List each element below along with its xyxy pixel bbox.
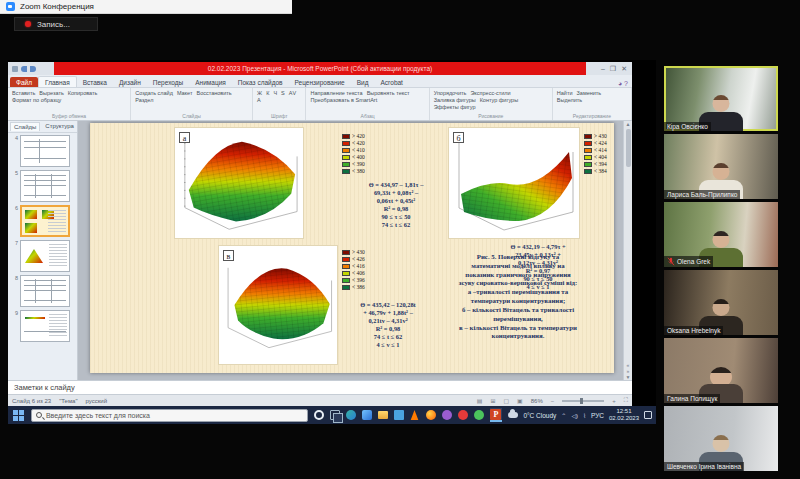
participant-video-1[interactable]: Кіра Овсієнко	[664, 66, 778, 131]
undo-icon[interactable]	[21, 66, 27, 72]
vertical-scrollbar[interactable]: ▲ « » ▼	[623, 121, 632, 380]
tab-5[interactable]: Анимация	[189, 77, 232, 87]
tab-7[interactable]: Рецензирование	[289, 77, 351, 87]
whatsapp-icon[interactable]	[474, 410, 484, 420]
help-icon[interactable]: ◕ ?	[618, 80, 628, 87]
ribbon-button[interactable]: Упорядочить	[434, 90, 467, 96]
slide-thumbnail-6[interactable]: 6	[11, 205, 76, 237]
participant-video-6[interactable]: Шевченко Ірина Іванівна	[664, 406, 778, 471]
language-switcher[interactable]: РУС	[591, 412, 604, 419]
quick-access-toolbar[interactable]	[8, 62, 54, 75]
cortana-icon[interactable]	[314, 410, 324, 420]
edge-icon[interactable]	[346, 410, 356, 420]
ribbon-button[interactable]: Восстановить	[196, 90, 231, 96]
tab-1[interactable]: Главная	[38, 76, 77, 87]
tab-6[interactable]: Показ слайдов	[232, 77, 289, 87]
network-icon[interactable]: ⌇	[583, 412, 586, 419]
thumbnail-preview[interactable]	[20, 310, 70, 342]
outline-pane-tab[interactable]: Структура	[42, 122, 76, 131]
ribbon-button[interactable]: Найти	[557, 90, 573, 96]
ribbon-button[interactable]: Эффекты фигур	[434, 104, 476, 110]
ribbon-button[interactable]: S	[281, 90, 285, 96]
file-explorer-icon[interactable]	[378, 411, 388, 419]
tray-chevron-up-icon[interactable]: ⌃	[561, 412, 566, 419]
thumbnail-preview[interactable]	[20, 135, 70, 167]
slide-thumbnail-9[interactable]: 9	[11, 310, 76, 342]
speaker-icon[interactable]: ◁)	[571, 412, 578, 419]
slide-sorter-icon[interactable]: ⊞	[490, 397, 495, 404]
thumbnail-preview[interactable]	[20, 240, 70, 272]
minimize-icon[interactable]: –	[601, 65, 605, 72]
zoom-slider-knob[interactable]	[580, 398, 583, 404]
task-view-icon[interactable]	[330, 410, 340, 420]
ribbon-button[interactable]: Создать слайд	[135, 90, 173, 96]
zoom-in-icon[interactable]: +	[612, 398, 616, 404]
ribbon-button[interactable]: Преобразовать в SmartArt	[310, 97, 377, 103]
ribbon-button[interactable]: К	[266, 90, 269, 96]
tab-file[interactable]: Файл	[10, 77, 38, 87]
start-button[interactable]	[12, 408, 25, 422]
taskbar-clock[interactable]: 12:51 02.02.2023	[609, 408, 639, 422]
ribbon-button[interactable]: Выровнять текст	[367, 90, 410, 96]
ribbon-button[interactable]: Вставить	[12, 90, 35, 96]
weather-text[interactable]: 0°C Cloudy	[523, 412, 556, 419]
ribbon-button[interactable]: Формат по образцу	[12, 97, 61, 103]
ribbon-button[interactable]: Ж	[257, 90, 262, 96]
normal-view-icon[interactable]: ▤	[477, 397, 483, 404]
slide-thumbnail-7[interactable]: 7	[11, 240, 76, 272]
participant-video-5[interactable]: Галина Полищук	[664, 338, 778, 403]
mail-icon[interactable]	[394, 410, 404, 420]
save-icon[interactable]	[12, 66, 18, 72]
viber-icon[interactable]	[442, 410, 452, 420]
powerpoint-taskbar-button[interactable]: P	[490, 408, 503, 422]
restore-icon[interactable]: ❐	[610, 65, 616, 73]
ribbon-button[interactable]: Заменить	[577, 90, 602, 96]
weather-icon[interactable]	[508, 412, 518, 418]
firefox-icon[interactable]	[426, 410, 436, 420]
ribbon-button[interactable]: А	[257, 97, 261, 103]
thumbnail-preview[interactable]	[20, 205, 70, 237]
participant-video-2[interactable]: Лариса Баль-Прилипко	[664, 134, 778, 199]
participant-video-4[interactable]: Oksana Hrebelnyk	[664, 270, 778, 335]
thumbnail-preview[interactable]	[20, 170, 70, 202]
tab-4[interactable]: Переходы	[147, 77, 190, 87]
zoom-slider[interactable]	[562, 400, 604, 402]
slides-pane-tab[interactable]: Слайды	[10, 122, 40, 131]
opera-icon[interactable]	[458, 410, 468, 420]
ribbon-button[interactable]: Экспресс-стили	[470, 90, 510, 96]
ribbon-button[interactable]: Вырезать	[39, 90, 63, 96]
zoom-out-icon[interactable]: −	[551, 398, 555, 404]
tab-3[interactable]: Дизайн	[113, 77, 147, 87]
slideshow-icon[interactable]: ▣	[517, 397, 523, 404]
taskbar-search-box[interactable]: Введите здесь текст для поиска	[31, 409, 308, 422]
fit-to-window-icon[interactable]: ⛶	[624, 397, 628, 404]
slide-thumbnail-5[interactable]: 5	[11, 170, 76, 202]
recording-indicator[interactable]: Запись...	[14, 17, 98, 31]
slide-thumbnail-4[interactable]: 4	[11, 135, 76, 167]
redo-icon[interactable]	[30, 66, 36, 72]
photos-icon[interactable]	[362, 410, 372, 420]
ribbon-button[interactable]: Заливка фигуры	[434, 97, 476, 103]
tab-8[interactable]: Вид	[351, 77, 375, 87]
ribbon-button[interactable]: Направление текста	[310, 90, 362, 96]
ribbon-button[interactable]: Копировать	[68, 90, 98, 96]
ribbon-button[interactable]: Ч	[273, 90, 277, 96]
slide-thumbnail-8[interactable]: 8	[11, 275, 76, 307]
language-indicator[interactable]: русский	[86, 398, 108, 404]
participant-video-3[interactable]: Olena Grek	[664, 202, 778, 267]
ribbon-button[interactable]: Раздел	[135, 97, 153, 103]
notes-pane[interactable]: Заметки к слайду	[8, 380, 632, 394]
ribbon-button[interactable]: АV	[289, 90, 296, 96]
close-icon[interactable]: ✕	[621, 65, 627, 73]
ribbon-button[interactable]: Макет	[177, 90, 193, 96]
reading-view-icon[interactable]: ▢	[503, 397, 509, 404]
ribbon-button[interactable]: Выделить	[557, 97, 582, 103]
tab-9[interactable]: Acrobat	[375, 77, 409, 87]
scroll-up-icon[interactable]: ▲	[626, 121, 631, 127]
ribbon-button[interactable]: Контур фигуры	[480, 97, 518, 103]
thumbnail-preview[interactable]	[20, 275, 70, 307]
tab-2[interactable]: Вставка	[77, 77, 113, 87]
action-center-icon[interactable]	[644, 411, 652, 419]
scrollbar-thumb[interactable]	[626, 129, 631, 167]
vlc-icon[interactable]	[410, 410, 420, 420]
